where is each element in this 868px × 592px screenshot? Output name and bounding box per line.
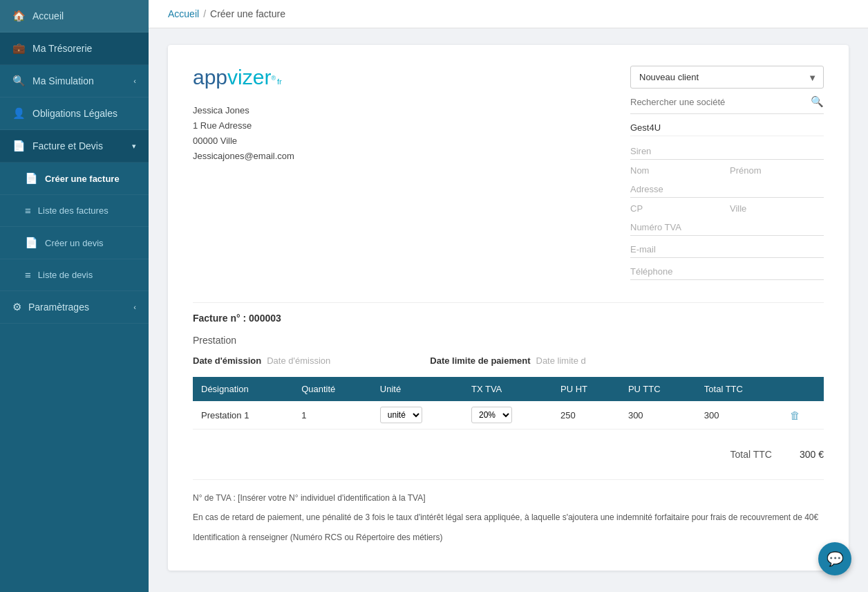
tva-placeholder: Numéro TVA [630, 219, 824, 236]
sender-address: 1 Rue Adresse [193, 118, 294, 133]
cell-delete[interactable]: 🗑 [782, 401, 824, 429]
sidebar-item-facture[interactable]: 📄 Facture et Devis ▾ [0, 130, 149, 163]
col-tx-tva: TX TVA [463, 377, 552, 401]
logo-fr: fr [277, 77, 282, 86]
chat-icon: 💬 [827, 551, 844, 567]
table-row: Prestation 1 1 unité 20% 250 [193, 401, 824, 429]
sidebar-item-parametrages[interactable]: ⚙ Paramètrages ‹ [0, 291, 149, 324]
document-sub-icon: 📄 [25, 172, 38, 185]
note-1[interactable]: N° de TVA : [Insérer votre N° individuel… [193, 491, 824, 505]
date-limite-field: Date limite de paiement Date limite d [430, 355, 585, 366]
email-placeholder: E-mail [630, 241, 824, 258]
cp-ville-row: CP Ville [630, 203, 824, 214]
col-quantite: Quantité [293, 377, 372, 401]
sidebar-item-label: Obligations Légales [32, 108, 117, 119]
total-label: Total TTC [730, 449, 772, 460]
sender-info: Jessica Jones 1 Rue Adresse 00000 Ville … [193, 103, 294, 164]
sidebar-item-liste-factures[interactable]: ≡ Liste des factures [0, 195, 149, 227]
cell-designation[interactable]: Prestation 1 [193, 401, 293, 429]
chevron-down-icon: ▾ [132, 142, 136, 151]
nom-placeholder: Nom [630, 165, 649, 176]
top-section: appvizer®fr Jessica Jones 1 Rue Adresse … [193, 66, 824, 286]
col-actions [782, 377, 824, 401]
tva-field[interactable]: Numéro TVA [630, 219, 824, 236]
invoice-card: appvizer®fr Jessica Jones 1 Rue Adresse … [168, 45, 849, 571]
ville-field[interactable]: Ville [730, 203, 824, 214]
note-2[interactable]: En cas de retard de paiement, une pénali… [193, 510, 824, 524]
logo-appvizer: app [193, 66, 227, 89]
sidebar-item-obligations[interactable]: 👤 Obligations Légales [0, 98, 149, 130]
total-row: Total TTC 300 € [193, 441, 824, 468]
prestation-label[interactable]: Prestation [193, 335, 824, 346]
list-devis-icon: ≡ [25, 269, 31, 281]
telephone-field[interactable]: Téléphone [630, 263, 824, 280]
content-area: appvizer®fr Jessica Jones 1 Rue Adresse … [149, 28, 868, 592]
sidebar-item-label: Créer une facture [45, 174, 120, 184]
cell-total-ttc[interactable]: 300 [696, 401, 782, 429]
list-icon: ≡ [25, 205, 31, 216]
client-select[interactable]: Nouveau client [630, 66, 824, 89]
unite-select[interactable]: unité [380, 407, 422, 423]
cp-field[interactable]: CP [630, 203, 724, 214]
date-limite-value[interactable]: Date limite d [536, 355, 586, 366]
sidebar-item-label: Liste des factures [38, 205, 108, 216]
user-icon: 👤 [12, 107, 26, 120]
logo-vizer: vizer [227, 66, 271, 89]
sidebar-item-simulation[interactable]: 🔍 Ma Simulation ‹ [0, 65, 149, 98]
col-total-ttc: Total TTC [696, 377, 782, 401]
sidebar-item-tresorerie[interactable]: 💼 Ma Trésorerie [0, 33, 149, 65]
date-emission-value[interactable]: Date d'émission [267, 355, 330, 366]
sidebar-item-label: Liste de devis [38, 270, 93, 280]
adresse-placeholder: Adresse [630, 181, 824, 198]
col-designation: Désignation [193, 377, 293, 401]
sidebar-item-label: Accueil [32, 10, 64, 21]
col-pu-ttc: PU TTC [620, 377, 696, 401]
total-value: 300 € [800, 449, 824, 460]
adresse-field[interactable]: Adresse [630, 181, 824, 198]
cell-pu-ht[interactable]: 250 [552, 401, 620, 429]
search-icon[interactable]: 🔍 [811, 95, 824, 108]
breadcrumb-home[interactable]: Accueil [168, 8, 199, 19]
prenom-field[interactable]: Prénom [730, 165, 824, 176]
nom-field[interactable]: Nom [630, 165, 724, 176]
sidebar-item-creer-devis[interactable]: 📄 Créer un devis [0, 227, 149, 259]
date-limite-label: Date limite de paiement [430, 355, 530, 366]
logo-registered: ® [271, 75, 276, 82]
cell-tx-tva[interactable]: 20% [463, 401, 552, 429]
cp-placeholder: CP [630, 203, 643, 214]
sidebar-item-label: Paramètrages [28, 302, 89, 313]
sender-city: 00000 Ville [193, 133, 294, 149]
sidebar-item-creer-facture[interactable]: 📄 Créer une facture [0, 163, 149, 195]
nom-prenom-row: Nom Prénom [630, 165, 824, 176]
cell-quantite[interactable]: 1 [293, 401, 372, 429]
cell-unite[interactable]: unité [372, 401, 463, 429]
breadcrumb-current: Créer une facture [210, 8, 285, 19]
siren-placeholder: Siren [630, 143, 824, 160]
sidebar-item-label: Créer un devis [45, 238, 104, 248]
email-field[interactable]: E-mail [630, 241, 824, 258]
cell-pu-ttc[interactable]: 300 [620, 401, 696, 429]
date-emission-field: Date d'émission Date d'émission [193, 355, 330, 366]
company-name: Gest4U [630, 120, 824, 136]
search-icon: 🔍 [12, 75, 26, 87]
delete-icon[interactable]: 🗑 [790, 409, 800, 421]
sender-name: Jessica Jones [193, 103, 294, 118]
siren-field[interactable]: Siren [630, 143, 824, 160]
chevron-icon: ‹ [133, 77, 136, 85]
company-logo: appvizer®fr [193, 66, 294, 89]
client-select-wrapper[interactable]: Nouveau client ▼ [630, 66, 824, 89]
notes-section: N° de TVA : [Insérer votre N° individuel… [193, 479, 824, 544]
dates-row: Date d'émission Date d'émission Date lim… [193, 355, 824, 366]
sidebar-item-accueil[interactable]: 🏠 Accueil [0, 0, 149, 33]
sender-email: Jessicajones@email.com [193, 149, 294, 164]
tva-select[interactable]: 20% [471, 407, 512, 423]
chat-button[interactable]: 💬 [818, 542, 851, 575]
sidebar-item-liste-devis[interactable]: ≡ Liste de devis [0, 259, 149, 291]
telephone-placeholder: Téléphone [630, 263, 824, 280]
invoice-table: Désignation Quantité Unité TX TVA PU HT … [193, 377, 824, 429]
ville-placeholder: Ville [730, 203, 746, 214]
note-3[interactable]: Identification à renseigner (Numéro RCS … [193, 530, 824, 544]
sidebar-item-label: Ma Trésorerie [32, 43, 92, 54]
breadcrumb: Accueil / Créer une facture [149, 0, 868, 28]
search-input[interactable] [630, 97, 811, 107]
